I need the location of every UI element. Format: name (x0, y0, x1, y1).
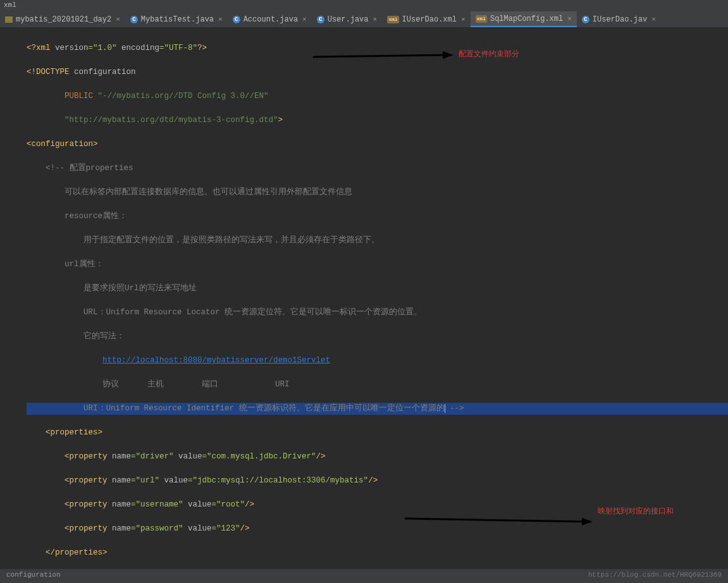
arrow-annotation-top (313, 47, 455, 66)
svg-line-2 (405, 519, 585, 522)
svg-marker-1 (443, 51, 453, 59)
folder-icon (5, 16, 13, 23)
status-bar: configuration https://blog.csdn.net/HRQ6… (0, 569, 728, 583)
close-icon[interactable]: × (302, 16, 307, 23)
tab-user[interactable]: CUser.java× (312, 11, 382, 27)
property-driver: <property (65, 452, 112, 461)
watermark: https://blog.csdn.net/HRQ6921369 (588, 571, 722, 581)
breadcrumb[interactable]: configuration (6, 571, 61, 581)
window-title: xml (4, 1, 16, 9)
tab-label: MybatisTest.java (141, 15, 214, 24)
close-icon[interactable]: × (218, 16, 223, 23)
close-icon[interactable]: × (567, 15, 572, 23)
class-icon: C (317, 16, 324, 23)
svg-marker-3 (582, 518, 593, 525)
tab-iuserdaojava[interactable]: CIUserDao.jav× (577, 11, 661, 27)
tab-label: IUserDao.jav (593, 15, 647, 24)
class-icon: C (582, 16, 589, 23)
xml-icon: xml (476, 15, 487, 23)
doctype: <!DOCTYPE (27, 68, 74, 77)
svg-line-0 (313, 55, 446, 57)
code-editor[interactable]: <?xml version="1.0" encoding="UTF-8"?> <… (0, 28, 728, 583)
class-icon: C (233, 16, 240, 23)
tab-account[interactable]: CAccount.java× (228, 11, 312, 27)
tab-project[interactable]: mybatis_20201021_day2× (0, 11, 125, 27)
arrow-annotation-bottom (405, 512, 595, 531)
annotation-bottom: 映射找到对应的接口和 (598, 506, 674, 517)
tab-sqlmapconfig[interactable]: xmlSqlMapConfig.xml× (471, 11, 577, 27)
comment-block: <!-- 配置properties (46, 164, 133, 173)
properties-tag: <properties> (46, 428, 102, 437)
xml-declaration: <?xml (27, 44, 55, 52)
class-icon: C (130, 16, 138, 23)
tab-label: User.java (328, 15, 369, 24)
close-icon[interactable]: × (373, 16, 378, 23)
property-password: <property (65, 524, 112, 533)
tab-mybatistest[interactable]: CMybatisTest.java× (125, 11, 228, 27)
tab-label: mybatis_20201021_day2 (16, 15, 111, 24)
tab-bar: mybatis_20201021_day2× CMybatisTest.java… (0, 11, 728, 28)
annotation-top: 配置文件约束部分 (459, 49, 519, 59)
tab-label: IUserDao.xml (402, 15, 457, 24)
title-bar: xml (0, 0, 728, 11)
configuration-tag: <configuration> (27, 140, 98, 149)
close-icon[interactable]: × (461, 16, 466, 23)
close-icon[interactable]: × (651, 16, 656, 23)
tab-iuserdaoxml[interactable]: xmlIUserDao.xml× (382, 11, 470, 27)
close-icon[interactable]: × (116, 16, 120, 23)
tab-label: SqlMapConfig.xml (490, 15, 563, 23)
example-url: http://localhost:8080/mybatisserver/demo… (102, 356, 330, 365)
tab-label: Account.java (244, 15, 298, 24)
property-url: <property (65, 476, 112, 485)
property-username: <property (65, 500, 112, 509)
xml-icon: xml (387, 16, 398, 23)
